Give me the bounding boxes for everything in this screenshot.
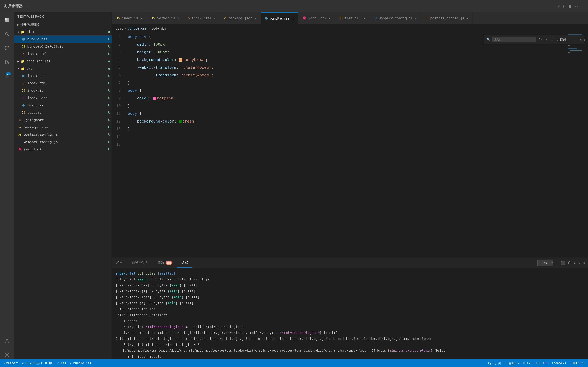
tab-index-js[interactable]: JS index.js ✕ (112, 12, 147, 24)
tree-badge-bundle-css: U (108, 37, 110, 41)
tree-item-test-css[interactable]: ⬣ test.css U (14, 101, 112, 109)
tree-item-bundle-js[interactable]: JS bundle.6f5e7d8f.js U (14, 43, 112, 50)
tab-label-postcss: postcss.config.js (430, 16, 464, 20)
search-word-option[interactable]: ⌶ (545, 37, 548, 42)
tree-item-gitignore[interactable]: ⊗ .gitignore U (14, 116, 112, 124)
remote-icon[interactable]: ⇄ (558, 4, 560, 8)
search-prev-btn[interactable]: ↑ (568, 37, 572, 42)
tree-item-postcss[interactable]: JS postcss.config.js U (14, 131, 112, 138)
tab-test-js[interactable]: JS test.js ✕ (335, 12, 370, 24)
tree-item-yarn[interactable]: 🧶 yarn.lock U (14, 146, 112, 153)
tree-item-index-less[interactable]: ⊞ index.less U (14, 94, 112, 101)
kill-terminal-btn[interactable]: 🗑 (568, 261, 571, 265)
file-testjs-icon: JS (21, 110, 26, 115)
svg-point-1 (5, 33, 8, 35)
tree-item-dist[interactable]: ▾ 📁 dist ● (14, 28, 112, 35)
activity-git[interactable] (3, 44, 11, 52)
tab-bundle-css[interactable]: ⬣ bundle.css ✕ (261, 12, 298, 24)
terminal-line: Entrypoint mini-css-extract-plugin = * (115, 342, 585, 348)
tree-label-bundle-js: bundle.6f5e7d8f.js (27, 45, 108, 48)
tree-item-bundle-css[interactable]: ⬣ bundle.css U (14, 35, 112, 43)
more-icon[interactable]: ••• (575, 4, 581, 8)
line-ending[interactable]: LF (536, 361, 539, 365)
css-status[interactable]: ✓ css (57, 361, 66, 365)
panel-tab-terminal[interactable]: 终端 (177, 258, 192, 267)
panel-tab-problems[interactable]: 问题 101 (153, 258, 177, 267)
svg-rect-7 (5, 74, 7, 76)
tab-index-html[interactable]: ◇ index.html ✕ (183, 12, 220, 24)
tree-label-index-css: index.css (27, 74, 108, 78)
panel-down-btn[interactable]: ∨ (579, 261, 581, 265)
tree-item-src[interactable]: ▾ 📁 src ● (14, 65, 112, 72)
breadcrumb-file[interactable]: bundle.css (128, 26, 147, 30)
tree-item-index-html-src[interactable]: ◇ index.html U (14, 80, 112, 87)
tree-item-test-js[interactable]: JS test.js U (14, 109, 112, 116)
tree-badge-index-css: U (108, 74, 110, 78)
tab-close-test-js[interactable]: ✕ (363, 16, 365, 20)
tab-close-index-js[interactable]: ✕ (141, 16, 143, 20)
panel-up-btn[interactable]: ∧ (574, 261, 576, 265)
svg-point-6 (8, 62, 9, 64)
tab-server-js[interactable]: JS Server.js ✕ (147, 12, 183, 24)
panel-tab-debug[interactable]: 调试控制台 (128, 258, 153, 267)
activity-search[interactable] (3, 30, 11, 38)
search-close-btn[interactable]: ✕ (579, 37, 582, 42)
new-terminal-btn[interactable]: + (556, 261, 558, 265)
errors-warnings[interactable]: ⊘ 0 △ 0 ⓘ 0 ⊠ 101 (22, 361, 54, 365)
layout-icon[interactable]: ▣ (569, 4, 571, 8)
tree-item-package-json[interactable]: ⚙ package.json U (14, 124, 112, 131)
split-terminal-btn[interactable]: ⬛ (561, 261, 565, 265)
debug-label: 调试控制台 (132, 261, 148, 265)
open-editors-header[interactable]: ▶ 打开的编辑器 (14, 21, 112, 28)
title-bar-more[interactable]: ••• (26, 5, 30, 8)
close-panel-btn[interactable]: ✕ (583, 261, 585, 265)
svg-point-12 (7, 354, 8, 356)
tree-item-index-html-dist[interactable]: ◇ index.html U (14, 50, 112, 58)
breadcrumb-section[interactable]: body div (151, 26, 167, 30)
tree-item-webpack[interactable]: ⬡ webpack.config.js U (14, 138, 112, 146)
bundle-css-status[interactable]: ✓ bundle.css (70, 361, 91, 365)
tab-webpack-config[interactable]: ⬡ webpack.config.js ✕ (370, 12, 421, 24)
tree-item-node-modules[interactable]: ▶ 📁 node_modules ● (14, 58, 112, 65)
breadcrumb-dist[interactable]: dist (115, 26, 123, 30)
encoding-setting[interactable]: UTF-8 (523, 361, 532, 365)
tab-yarn-lock[interactable]: 🧶 yarn.lock ✕ (298, 12, 335, 24)
terminal-select[interactable]: 1: zsh (537, 260, 553, 266)
folder-dist-icon: 📁 (20, 29, 25, 34)
terminal-line: [./src/index.css] 50 bytes {main} [built… (115, 282, 585, 288)
panel-tab-output[interactable]: 输出 (112, 258, 128, 267)
tab-close-yarn[interactable]: ✕ (329, 16, 330, 20)
run-icon[interactable]: ▷ (563, 4, 566, 8)
tab-package-json[interactable]: ⚙ package.json ✕ (220, 12, 261, 24)
git-branch[interactable]: ⑂ master* (3, 361, 19, 365)
activity-extensions[interactable] (3, 72, 11, 80)
tab-close-webpack[interactable]: ✕ (415, 16, 417, 20)
tree-badge-dist: ● (108, 30, 110, 33)
search-case-option[interactable]: Aa (538, 37, 543, 42)
activity-settings[interactable] (3, 350, 11, 359)
cursor-position[interactable]: 行 1, 列 1 (488, 361, 505, 365)
tab-close-package-json[interactable]: ✕ (254, 16, 256, 20)
tab-close-postcss[interactable]: ✕ (466, 16, 468, 20)
terminal-content[interactable]: index.html 361 bytes [emitted] Entrypoin… (112, 268, 588, 359)
tab-close-index-html[interactable]: ✕ (214, 16, 216, 20)
tab-close-server-js[interactable]: ✕ (177, 16, 179, 20)
search-no-result: 无结果 (557, 37, 566, 42)
tab-close-bundle-css[interactable]: ✕ (292, 17, 294, 20)
tool-name[interactable]: Iceworks (552, 361, 566, 365)
tree-item-index-css[interactable]: ⬣ index.css U (14, 72, 112, 80)
activity-explorer[interactable] (3, 16, 11, 25)
language-mode[interactable]: CSS (543, 361, 548, 365)
sidebar-title: TEST-WEBPACK (17, 15, 44, 18)
search-regex-option[interactable]: .* (550, 37, 555, 42)
search-next-btn[interactable]: ↓ (573, 37, 577, 42)
chevron-right-icon: ▶ (17, 60, 19, 63)
search-input[interactable] (492, 36, 536, 42)
tree-item-index-js[interactable]: JS index.js U (14, 87, 112, 94)
sidebar: TEST-WEBPACK ▶ 打开的编辑器 ▾ 📁 dist ● ⬣ bu (14, 12, 112, 359)
activity-run[interactable] (3, 58, 11, 67)
code-editor[interactable]: 🔍 Aa ⌶ .* 无结果 ↑ ↓ ✕ (112, 33, 588, 258)
activity-account[interactable] (3, 337, 11, 345)
tab-postcss-config[interactable]: ⬡ postcss.config.js ✕ (421, 12, 473, 24)
indent-setting[interactable]: 空格: 4 (509, 361, 520, 365)
